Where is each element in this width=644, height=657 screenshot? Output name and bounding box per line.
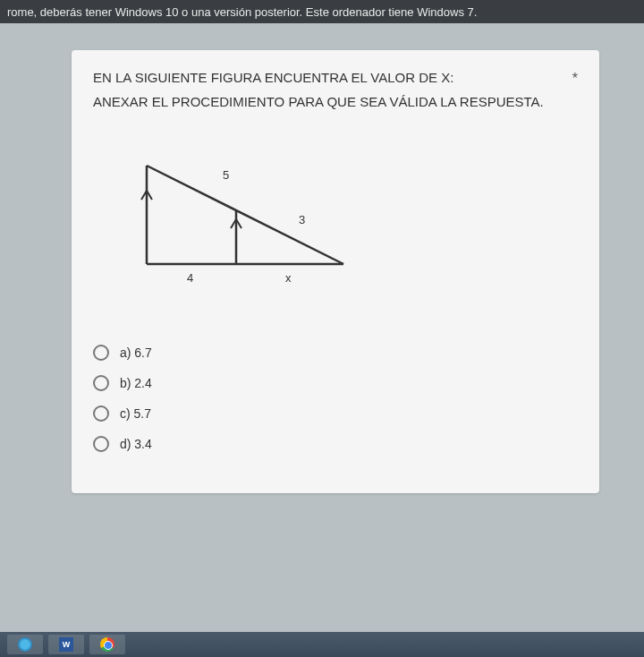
option-label: b) 2.4 — [120, 376, 152, 390]
label-bottom-left: 4 — [187, 271, 193, 285]
label-right: 3 — [299, 213, 305, 226]
option-a[interactable]: a) 6.7 — [93, 345, 578, 361]
question-subtitle: ANEXAR EL PROCEDIMIENTO PARA QUE SEA VÁL… — [93, 92, 578, 113]
option-b[interactable]: b) 2.4 — [93, 375, 578, 391]
radio-icon — [93, 375, 109, 391]
word-letter: W — [63, 640, 71, 649]
option-d[interactable]: d) 3.4 — [93, 436, 578, 452]
svg-line-2 — [147, 166, 343, 264]
option-label: d) 3.4 — [120, 437, 152, 451]
required-star: * — [572, 68, 578, 90]
content-area: EN LA SIGUIENTE FIGURA ENCUENTRA EL VALO… — [0, 23, 644, 632]
radio-icon — [93, 405, 109, 422]
taskbar: W — [0, 632, 644, 657]
radio-icon — [93, 345, 109, 361]
label-bottom-right: x — [285, 271, 292, 285]
taskbar-word[interactable]: W — [48, 635, 84, 654]
question-title: EN LA SIGUIENTE FIGURA ENCUENTRA EL VALO… — [93, 68, 578, 89]
banner-text: rome, deberás tener Windows 10 o una ver… — [7, 5, 477, 19]
radio-icon — [93, 436, 109, 452]
triangle-figure: 5 3 4 x — [120, 148, 578, 291]
option-label: c) 5.7 — [120, 406, 151, 421]
option-label: a) 6.7 — [120, 346, 152, 360]
options-group: a) 6.7 b) 2.4 c) 5.7 d) 3.4 — [93, 345, 578, 452]
ie-icon — [18, 637, 32, 652]
taskbar-ie[interactable] — [7, 635, 43, 654]
taskbar-chrome[interactable] — [89, 635, 125, 654]
option-c[interactable]: c) 5.7 — [93, 405, 578, 422]
question-card: EN LA SIGUIENTE FIGURA ENCUENTRA EL VALO… — [72, 50, 599, 493]
label-top: 5 — [223, 168, 229, 182]
compatibility-banner: rome, deberás tener Windows 10 o una ver… — [0, 0, 644, 23]
chrome-icon — [100, 637, 114, 652]
question-line1: EN LA SIGUIENTE FIGURA ENCUENTRA EL VALO… — [93, 70, 453, 85]
word-icon: W — [59, 637, 73, 652]
